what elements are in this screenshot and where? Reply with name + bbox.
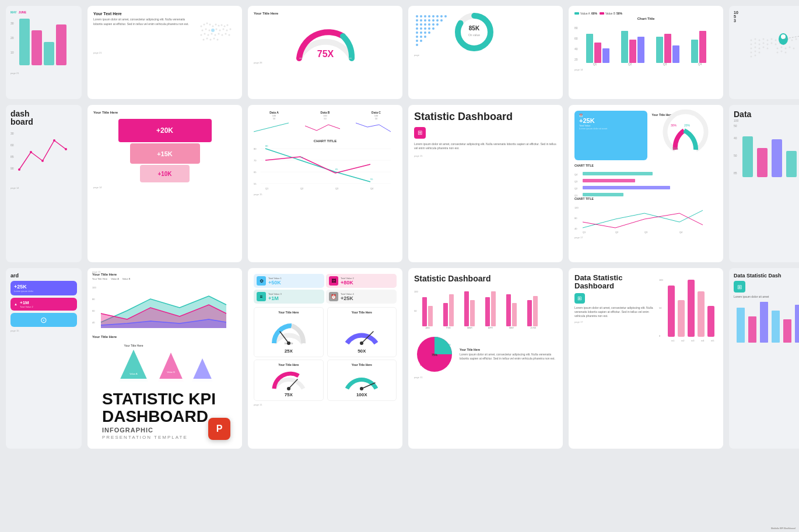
page-label-r2c3: page 15 — [254, 193, 397, 196]
r1c3-title: Your Title Here — [254, 12, 397, 15]
r3c4-text-area: Your Title Here Lorem ipsum dolor sit am… — [460, 348, 557, 361]
svg-text:40: 40 — [574, 227, 577, 230]
svg-text:On value: On value — [468, 33, 480, 37]
svg-point-155 — [41, 160, 44, 162]
page-label-r3c3: page 11 — [254, 403, 397, 406]
svg-point-70 — [416, 31, 418, 34]
svg-point-65 — [416, 27, 418, 30]
card-r2c3: Data A 100 50 Data B 100 50 Data C 100 5… — [248, 105, 402, 262]
svg-point-107 — [767, 40, 769, 41]
r1c6-values: 10 5 3 — [734, 10, 799, 23]
svg-point-109 — [775, 40, 777, 41]
svg-rect-231 — [491, 291, 496, 326]
stat-card-gauge-3: Your Title Here 75X — [254, 360, 324, 401]
svg-rect-233 — [512, 303, 517, 326]
svg-rect-230 — [485, 297, 490, 326]
svg-text:55: 55 — [254, 182, 257, 185]
data-b-mini-chart — [305, 120, 346, 135]
svg-rect-5 — [44, 42, 54, 65]
svg-text:70: 70 — [300, 156, 303, 159]
svg-text:85: 85 — [10, 155, 14, 158]
page-label-r3c2: page 15 — [92, 270, 100, 273]
main-grid: MAY JUNE 30 20 10 page 21 Your Text Here… — [0, 0, 799, 532]
svg-rect-94 — [656, 37, 663, 63]
total-val-2: +80K — [341, 280, 354, 286]
svg-text:40: 40 — [574, 47, 578, 51]
card-r3c3: ⚙ Total Value 1 +50K 🖼 Total Value 2 +80… — [248, 268, 402, 449]
svg-point-48 — [432, 15, 434, 17]
r1c6-val1: 10 — [734, 10, 799, 15]
r2c2-title: Your Title Here — [93, 111, 236, 114]
svg-point-126 — [759, 48, 761, 50]
kpi-sub-text: Lorem ipsum dolor sit amet — [579, 127, 643, 130]
svg-point-103 — [751, 40, 752, 41]
dot-grid-svg — [414, 13, 449, 48]
data-a-mini-chart — [254, 120, 295, 135]
svg-text:75X: 75X — [317, 49, 334, 59]
svg-point-116 — [755, 43, 756, 44]
r3c6-icon-symbol: ⊞ — [737, 284, 742, 290]
gauge-svg-r1c3: 75X — [290, 17, 360, 61]
svg-point-11 — [212, 26, 214, 27]
stat-val-50x: 50X — [331, 348, 394, 354]
svg-point-64 — [436, 23, 439, 26]
stat-card-gauge-4: Your Title Here 100X — [327, 360, 397, 401]
legend-val-b: Value B — [122, 277, 131, 280]
ppt-letter: P — [216, 424, 223, 434]
legend-b-color — [600, 12, 604, 15]
svg-point-215 — [287, 341, 290, 345]
map-pin-svg: 10 5 3 — [734, 23, 799, 87]
svg-rect-182 — [583, 179, 635, 182]
svg-text:20%: 20% — [684, 124, 691, 127]
svg-rect-225 — [428, 306, 433, 326]
r2c4-body: Lorem ipsum dolor sit amet, consectetur … — [414, 142, 557, 151]
svg-point-124 — [751, 48, 752, 50]
svg-point-118 — [763, 43, 765, 44]
svg-text:50: 50 — [414, 309, 417, 312]
r3c5-inner: Data StatisticDashboard ⊞ Lorem ipsum do… — [574, 274, 717, 443]
svg-text:10: 10 — [10, 51, 14, 54]
r3c2-top-title: Your Title Here — [92, 273, 237, 276]
monthly-bar-chart: 100 50 JAN FEB MAR APR M — [414, 286, 551, 329]
svg-point-157 — [65, 148, 67, 150]
r2c6-bar-chart: 40 50 85 — [734, 133, 799, 180]
svg-rect-263 — [783, 319, 791, 343]
svg-point-79 — [416, 44, 418, 46]
month-june-label: JUNE — [19, 10, 26, 14]
mini-gauge-2 — [341, 314, 382, 346]
total-label-2: Total Value 2 — [341, 277, 354, 280]
svg-point-40 — [211, 29, 215, 32]
svg-text:25%: 25% — [446, 343, 451, 346]
mini-gauge-3 — [268, 367, 309, 390]
svg-rect-98 — [699, 31, 706, 63]
svg-point-29 — [211, 33, 213, 35]
svg-rect-228 — [464, 291, 469, 326]
svg-text:85: 85 — [734, 171, 737, 175]
stat-card-gauge-2: Your Title Here 50X — [327, 307, 397, 357]
r3c4-title: Statistic Dashboard — [414, 274, 557, 283]
mini-gauge-4 — [341, 367, 382, 390]
svg-point-49 — [436, 15, 439, 17]
svg-text:JUNE: JUNE — [530, 326, 537, 329]
svg-point-75 — [420, 36, 422, 38]
svg-point-128 — [767, 48, 769, 50]
svg-point-26 — [201, 34, 202, 36]
svg-rect-251 — [688, 280, 695, 337]
svg-point-34 — [229, 34, 230, 36]
horiz-bar-chart-r2c5: Q4 Q3 Q2 Q1 — [574, 168, 712, 195]
svg-point-57 — [436, 19, 439, 22]
svg-text:80: 80 — [265, 145, 268, 147]
total-icon-4: ⏰ — [329, 292, 338, 301]
world-map-svg — [195, 17, 236, 47]
svg-rect-227 — [449, 294, 454, 326]
r3c5-title: Data StatisticDashboard — [574, 274, 656, 291]
svg-text:60: 60 — [574, 37, 578, 40]
r2c3-chart-title: CHART TITLE — [254, 139, 397, 143]
svg-text:60: 60 — [10, 143, 14, 147]
card-r2c5: 📅 +25K Total Value Lorem ipsum dolor sit… — [569, 105, 723, 262]
svg-rect-3 — [19, 19, 30, 65]
funnel-step-1: +20K — [118, 119, 212, 142]
svg-text:30%: 30% — [671, 124, 677, 127]
page-label-r1c2: page 21 — [93, 51, 236, 54]
svg-point-60 — [420, 23, 422, 26]
